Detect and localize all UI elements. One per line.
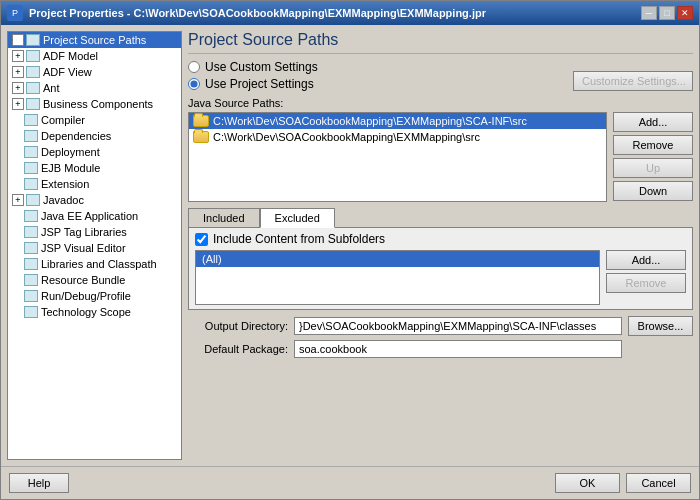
path-item[interactable]: C:\Work\Dev\SOACookbookMapping\EXMMappin… xyxy=(189,129,606,145)
tree-item-icon xyxy=(26,82,40,94)
remove-filter-button[interactable]: Remove xyxy=(606,273,686,293)
sidebar-item-java-ee-application[interactable]: Java EE Application xyxy=(8,208,181,224)
sidebar-item-libraries-and-classpath[interactable]: Libraries and Classpath xyxy=(8,256,181,272)
cancel-button[interactable]: Cancel xyxy=(626,473,691,493)
radio-custom-label: Use Custom Settings xyxy=(205,60,318,74)
output-section: Output Directory: Browse... Default Pack… xyxy=(188,316,693,358)
tree-item-icon xyxy=(26,34,40,46)
remove-source-button[interactable]: Remove xyxy=(613,135,693,155)
sidebar-item-business-components[interactable]: +Business Components xyxy=(8,96,181,112)
source-path-buttons: Add... Remove Up Down xyxy=(613,112,693,202)
include-subfolders-label: Include Content from Subfolders xyxy=(213,232,385,246)
sidebar-item-javadoc[interactable]: +Javadoc xyxy=(8,192,181,208)
sidebar-item-dependencies[interactable]: Dependencies xyxy=(8,128,181,144)
tree-item-icon xyxy=(24,226,38,238)
sidebar-item-label: JSP Tag Libraries xyxy=(41,226,127,238)
sidebar-item-deployment[interactable]: Deployment xyxy=(8,144,181,160)
sidebar-item-label: Extension xyxy=(41,178,89,190)
sidebar-item-jsp-visual-editor[interactable]: JSP Visual Editor xyxy=(8,240,181,256)
default-package-row: Default Package: xyxy=(188,340,693,358)
ok-button[interactable]: OK xyxy=(555,473,620,493)
tree-item-icon xyxy=(24,274,38,286)
sidebar-item-label: Resource Bundle xyxy=(41,274,125,286)
title-controls: ─ □ ✕ xyxy=(641,6,693,20)
tree-item-icon xyxy=(24,258,38,270)
browse-output-button[interactable]: Browse... xyxy=(628,316,693,336)
path-item[interactable]: C:\Work\Dev\SOACookbookMapping\EXMMappin… xyxy=(189,113,606,129)
sidebar-item-label: Libraries and Classpath xyxy=(41,258,157,270)
tab-excluded[interactable]: Excluded xyxy=(260,208,335,228)
main-content: +Project Source Paths+ADF Model+ADF View… xyxy=(1,25,699,466)
tree-item-icon xyxy=(24,130,38,142)
include-subfolders-checkbox[interactable] xyxy=(195,233,208,246)
sidebar-item-label: Run/Debug/Profile xyxy=(41,290,131,302)
filter-section: IncludedExcluded Include Content from Su… xyxy=(188,208,693,310)
right-panel: Project Source Paths Use Custom Settings… xyxy=(188,31,693,460)
title-bar: P Project Properties - C:\Work\Dev\SOACo… xyxy=(1,1,699,25)
path-text: C:\Work\Dev\SOACookbookMapping\EXMMappin… xyxy=(213,115,527,127)
sidebar-item-label: ADF Model xyxy=(43,50,98,62)
sidebar-item-technology-scope[interactable]: Technology Scope xyxy=(8,304,181,320)
filter-content: Include Content from Subfolders (All) Ad… xyxy=(188,228,693,310)
output-dir-input[interactable] xyxy=(294,317,622,335)
sidebar-item-label: Compiler xyxy=(41,114,85,126)
filter-all-item[interactable]: (All) xyxy=(196,251,599,267)
sidebar-item-label: Dependencies xyxy=(41,130,111,142)
tree-item-icon xyxy=(24,242,38,254)
expand-icon[interactable]: + xyxy=(12,98,24,110)
radio-custom-row: Use Custom Settings xyxy=(188,60,318,74)
tree-item-icon xyxy=(24,210,38,222)
maximize-button[interactable]: □ xyxy=(659,6,675,20)
tree-item-icon xyxy=(24,178,38,190)
radio-project-row: Use Project Settings xyxy=(188,77,318,91)
include-subfolders-row: Include Content from Subfolders xyxy=(195,232,686,246)
minimize-button[interactable]: ─ xyxy=(641,6,657,20)
filter-buttons: Add... Remove xyxy=(606,250,686,305)
add-filter-button[interactable]: Add... xyxy=(606,250,686,270)
add-source-button[interactable]: Add... xyxy=(613,112,693,132)
radio-project[interactable] xyxy=(188,78,200,90)
tree-item-icon xyxy=(26,194,40,206)
expand-icon[interactable]: + xyxy=(12,50,24,62)
default-package-input[interactable] xyxy=(294,340,622,358)
tree-item-icon xyxy=(26,98,40,110)
left-panel: +Project Source Paths+ADF Model+ADF View… xyxy=(7,31,182,460)
sidebar-item-adf-view[interactable]: +ADF View xyxy=(8,64,181,80)
sidebar-item-label: Business Components xyxy=(43,98,153,110)
window-title: Project Properties - C:\Work\Dev\SOACook… xyxy=(29,7,486,19)
expand-icon[interactable]: + xyxy=(12,66,24,78)
tree-item-icon xyxy=(24,306,38,318)
sidebar-item-label: ADF View xyxy=(43,66,92,78)
radio-custom[interactable] xyxy=(188,61,200,73)
tree-item-icon xyxy=(24,290,38,302)
bottom-bar: Help OK Cancel xyxy=(1,466,699,499)
tabs-row: IncludedExcluded xyxy=(188,208,693,228)
sidebar-item-label: Javadoc xyxy=(43,194,84,206)
sidebar-item-adf-model[interactable]: +ADF Model xyxy=(8,48,181,64)
sidebar-item-resource-bundle[interactable]: Resource Bundle xyxy=(8,272,181,288)
sidebar-item-compiler[interactable]: Compiler xyxy=(8,112,181,128)
radio-project-label: Use Project Settings xyxy=(205,77,314,91)
sidebar-item-jsp-tag-libraries[interactable]: JSP Tag Libraries xyxy=(8,224,181,240)
expand-icon[interactable]: + xyxy=(12,34,24,46)
radio-group: Use Custom Settings Use Project Settings xyxy=(188,60,318,91)
close-button[interactable]: ✕ xyxy=(677,6,693,20)
main-window: P Project Properties - C:\Work\Dev\SOACo… xyxy=(0,0,700,500)
sidebar-item-run/debug/profile[interactable]: Run/Debug/Profile xyxy=(8,288,181,304)
sidebar-item-ant[interactable]: +Ant xyxy=(8,80,181,96)
help-button[interactable]: Help xyxy=(9,473,69,493)
down-source-button[interactable]: Down xyxy=(613,181,693,201)
customize-settings-button[interactable]: Customize Settings... xyxy=(573,71,693,91)
default-package-label: Default Package: xyxy=(188,343,288,355)
sidebar-item-extension[interactable]: Extension xyxy=(8,176,181,192)
sidebar-item-ejb-module[interactable]: EJB Module xyxy=(8,160,181,176)
expand-icon[interactable]: + xyxy=(12,194,24,206)
tree-item-icon xyxy=(24,162,38,174)
sidebar-item-project-source-paths[interactable]: +Project Source Paths xyxy=(8,32,181,48)
tab-included[interactable]: Included xyxy=(188,208,260,228)
sidebar-item-label: Java EE Application xyxy=(41,210,138,222)
tree-item-icon xyxy=(24,146,38,158)
sidebar-item-label: Project Source Paths xyxy=(43,34,146,46)
expand-icon[interactable]: + xyxy=(12,82,24,94)
up-source-button[interactable]: Up xyxy=(613,158,693,178)
